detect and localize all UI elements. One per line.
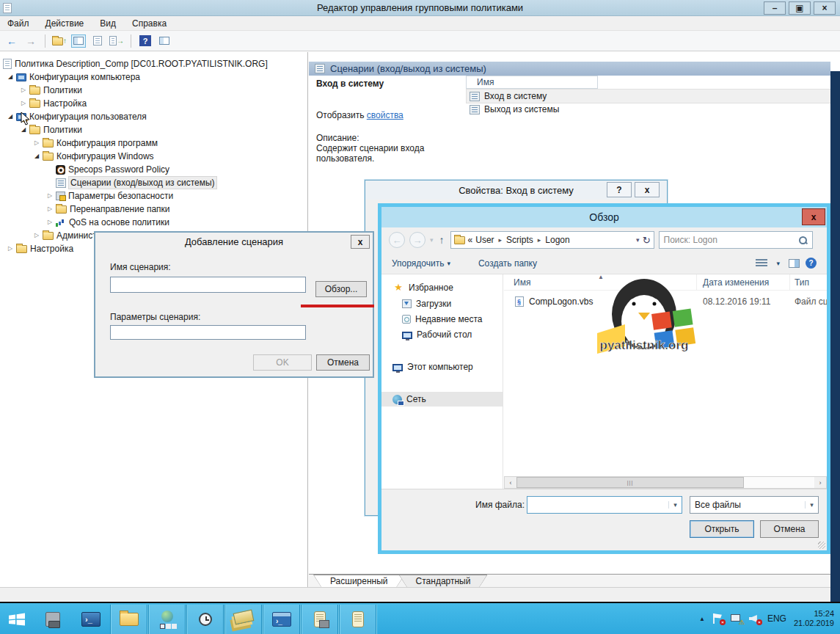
back-icon[interactable]: ← — [389, 232, 405, 248]
export-list-icon[interactable]: → — [109, 34, 124, 48]
menu-file[interactable]: Файл — [7, 18, 29, 29]
taskbar-powershell[interactable]: ›_ — [72, 605, 110, 634]
refresh-icon[interactable]: ↻ — [643, 235, 651, 246]
taskbar-clock[interactable]: 15:24 21.02.2019 — [794, 609, 834, 628]
start-button[interactable] — [0, 605, 34, 634]
column-type[interactable]: Тип — [790, 274, 827, 290]
list-item-logon[interactable]: Вход в систему — [467, 90, 830, 103]
dialog-title-bar[interactable]: Обзор — [381, 207, 827, 227]
tree-item-preferences-comp[interactable]: ▷ Настройка — [0, 97, 307, 110]
recent-pages-icon[interactable]: ▾ — [430, 236, 434, 244]
taskbar-gp-editor[interactable] — [339, 605, 377, 634]
taskbar-file-explorer[interactable] — [110, 605, 148, 634]
close-button[interactable]: x — [635, 182, 660, 197]
view-mode-dropdown-icon[interactable]: ▾ — [776, 260, 780, 267]
tree-item-windows-settings[interactable]: ◢ Конфигурация Windows — [0, 150, 307, 163]
search-input[interactable]: Поиск: Logon — [659, 231, 813, 249]
search-icon[interactable] — [798, 236, 808, 245]
cancel-button[interactable]: Отмена — [316, 354, 370, 371]
tab-standard[interactable]: Стандартный — [399, 575, 488, 587]
network-status-icon[interactable]: ⚠ — [731, 613, 742, 624]
close-button[interactable]: x — [351, 235, 370, 249]
tree-item-user-config[interactable]: ◢ Конфигурация пользователя — [0, 110, 307, 123]
back-icon[interactable]: ← — [4, 34, 19, 48]
close-button[interactable]: x — [802, 208, 825, 225]
breadcrumb-logon[interactable]: Logon — [545, 235, 569, 245]
tree-item-policy-root[interactable]: Политика Description_Comp [DC01.ROOT.PYA… — [0, 57, 307, 70]
view-mode-icon[interactable] — [756, 259, 767, 268]
browse-button[interactable]: Обзор... — [315, 281, 367, 297]
help-button[interactable]: ? — [607, 182, 632, 197]
filename-combobox[interactable]: ▾ — [527, 496, 682, 514]
cancel-button[interactable]: Отмена — [760, 520, 819, 538]
forward-icon[interactable]: → — [409, 232, 426, 248]
taskbar-gpmc[interactable] — [301, 605, 339, 634]
sidebar-item-downloads[interactable]: Загрузки — [381, 296, 503, 311]
open-button[interactable]: Открыть — [690, 520, 754, 538]
new-folder-button[interactable]: Создать папку — [478, 258, 537, 269]
expander-closed-icon[interactable]: ▷ — [45, 216, 54, 229]
address-dropdown-icon[interactable]: ▾ — [636, 236, 640, 244]
scrollbar-thumb[interactable]: ||| — [516, 477, 744, 488]
preview-pane-icon[interactable] — [789, 259, 800, 268]
action-center-icon[interactable]: × — [712, 613, 723, 624]
tab-extended[interactable]: Расширенный — [313, 575, 405, 587]
sidebar-item-desktop[interactable]: Рабочий стол — [381, 327, 503, 342]
show-console-tree-icon[interactable] — [71, 34, 86, 48]
script-params-input[interactable] — [110, 325, 306, 340]
tree-item-folder-redirection[interactable]: ▷ Перенаправление папки — [0, 203, 307, 216]
sidebar-item-recent-places[interactable]: Недавние места — [381, 312, 503, 327]
title-bar[interactable]: Редактор управления групповыми политикам… — [0, 0, 840, 16]
organize-button[interactable]: Упорядочить — [392, 258, 444, 269]
help-icon[interactable]: ? — [138, 34, 153, 48]
tree-item-security-settings[interactable]: ▷ Параметры безопасности — [0, 189, 307, 203]
taskbar-time-service[interactable] — [186, 605, 224, 634]
language-indicator[interactable]: ENG — [767, 613, 786, 624]
expander-closed-icon[interactable]: ▷ — [32, 229, 41, 242]
sidebar-item-this-pc[interactable]: Этот компьютер — [381, 360, 503, 374]
ok-button[interactable]: OK — [253, 354, 312, 371]
taskbar-ad-tool[interactable] — [148, 605, 186, 634]
taskbar-server-manager[interactable] — [34, 605, 72, 634]
scrollbar-track[interactable] — [744, 477, 814, 488]
show-hidden-icons[interactable]: ▲ — [699, 616, 705, 622]
sidebar-item-favorites[interactable]: Избранное — [381, 280, 503, 295]
taskbar-powershell-ise[interactable]: ›_ — [263, 605, 301, 634]
scroll-right-icon[interactable]: › — [814, 477, 826, 488]
new-window-icon[interactable] — [157, 34, 172, 48]
tree-item-scripts[interactable]: Сценарии (вход/выход из системы) — [0, 176, 307, 189]
dialog-title-bar[interactable]: Добавление сценария — [95, 233, 373, 251]
expander-open-icon[interactable]: ◢ — [6, 110, 15, 123]
chevron-down-icon[interactable]: ▾ — [668, 501, 682, 509]
expander-closed-icon[interactable]: ▷ — [19, 84, 28, 97]
expander-closed-icon[interactable]: ▷ — [45, 189, 54, 203]
column-header-name[interactable]: Имя — [466, 76, 598, 89]
files-horizontal-scrollbar[interactable]: ‹ ||| › — [504, 476, 827, 489]
resize-grip[interactable] — [818, 542, 825, 549]
expander-closed-icon[interactable]: ▷ — [19, 97, 28, 110]
expander-open-icon[interactable]: ◢ — [6, 70, 15, 84]
organize-dropdown-icon[interactable]: ▾ — [447, 260, 450, 267]
expander-closed-icon[interactable]: ▷ — [6, 242, 15, 255]
expander-closed-icon[interactable]: ▷ — [32, 136, 41, 150]
expander-closed-icon[interactable]: ▷ — [45, 203, 54, 216]
filetype-combobox[interactable]: Все файлы ▾ — [690, 496, 819, 514]
script-name-input[interactable] — [110, 277, 306, 293]
tree-item-policies-comp[interactable]: ▷ Политики — [0, 84, 307, 97]
minimize-button[interactable]: – — [764, 1, 786, 15]
file-row-complogon[interactable]: CompLogon.vbs 08.12.2016 19:11 Файл сце — [504, 294, 827, 310]
list-item-logoff[interactable]: Выход из системы — [467, 103, 830, 116]
tree-item-policies-user[interactable]: ◢ Политики — [0, 123, 307, 136]
menu-help[interactable]: Справка — [132, 18, 167, 29]
close-button[interactable]: × — [814, 1, 836, 15]
help-icon[interactable]: ? — [806, 258, 817, 269]
menu-action[interactable]: Действие — [45, 18, 84, 29]
volume-muted-icon[interactable]: × — [749, 613, 760, 624]
breadcrumb-collapsed[interactable]: « — [468, 235, 473, 245]
column-date-modified[interactable]: Дата изменения — [697, 274, 790, 290]
up-icon[interactable]: ↑ — [439, 234, 445, 246]
properties-link[interactable]: свойства — [367, 110, 403, 120]
menu-view[interactable]: Вид — [100, 18, 116, 29]
tree-item-specops[interactable]: Specops Password Policy — [0, 163, 307, 176]
tree-item-qos[interactable]: ▷ QoS на основе политики — [0, 216, 307, 229]
